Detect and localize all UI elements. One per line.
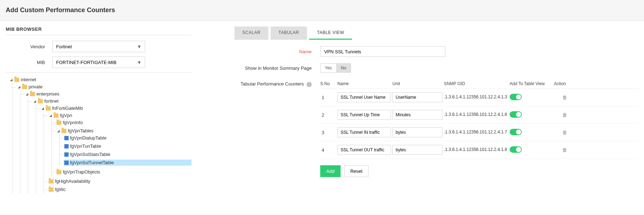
folder-icon: [56, 170, 61, 174]
collapse-icon[interactable]: ◢: [49, 114, 52, 117]
tree-label: fgVpn: [60, 113, 72, 118]
table-icon: [64, 152, 69, 157]
tree-node-fgha[interactable]: fgHighAvailability: [48, 178, 192, 184]
folder-icon: [38, 99, 43, 103]
folder-icon: [61, 129, 66, 133]
counter-name-input[interactable]: [337, 127, 391, 137]
toggle-addview[interactable]: [510, 94, 522, 100]
folder-icon: [30, 92, 35, 96]
counter-unit-input[interactable]: [392, 92, 442, 102]
vendor-select[interactable]: Fortinet: [52, 41, 145, 52]
toggle-addview[interactable]: [510, 146, 522, 153]
table-row: 3 .1.3.6.1.4.1.12356.101.12.2.4.1.7 🗑: [320, 124, 638, 141]
content-area: MIB BROWSER Vendor Fortinet ▼ MIB FORTIN…: [0, 21, 644, 200]
show-summary-row: Show in Monitor Summary Page Yes No: [234, 63, 638, 73]
page-title: Add Custom Performance Counters: [6, 6, 638, 14]
tab-table-view[interactable]: TABLE VIEW: [309, 26, 352, 40]
name-label: Name: [234, 49, 320, 54]
add-button[interactable]: Add: [320, 165, 341, 177]
collapse-icon[interactable]: ◢: [41, 107, 44, 110]
counters-label: Tabular Performance Counters i: [234, 79, 320, 87]
col-addview: Add To Table View: [510, 81, 553, 86]
tree-label: fgWc: [55, 187, 66, 192]
toggle-addview[interactable]: [510, 129, 522, 135]
table-row: 2 .1.3.6.1.4.1.12356.101.12.2.4.1.6 🗑: [320, 106, 638, 124]
cell-oid: .1.3.6.1.4.1.12356.101.12.2.4.1.6: [444, 112, 508, 118]
cell-sno: 3: [320, 130, 336, 135]
vendor-label: Vendor: [6, 44, 52, 49]
tree-label: fgVpnSslStatsTable: [70, 152, 110, 157]
mib-label: MIB: [6, 60, 52, 65]
collapse-icon[interactable]: ◢: [25, 92, 29, 96]
tree-label: fgVpnSslTunnelTable: [70, 160, 114, 165]
tab-scalar[interactable]: SCALAR: [234, 26, 268, 40]
seg-no[interactable]: No: [336, 64, 351, 72]
folder-icon: [22, 85, 27, 89]
tree-node-private[interactable]: ◢ private: [16, 84, 192, 90]
collapse-icon[interactable]: ◢: [9, 78, 13, 82]
folder-icon: [54, 113, 59, 118]
seg-yes[interactable]: Yes: [321, 64, 336, 72]
table-icon: [64, 161, 69, 165]
tree-leaf-tun[interactable]: fgVpnTunTable: [64, 143, 192, 149]
counters-section: Tabular Performance Counters i S.No Name…: [234, 79, 638, 177]
mib-tree: ◢ internet ◢ private: [6, 75, 192, 194]
tree-label: enterprises: [36, 91, 59, 97]
counter-name-input[interactable]: [337, 92, 391, 102]
table-header: S.No Name Unit SNMP OID Add To Table Vie…: [320, 79, 638, 89]
collapse-icon[interactable]: ◢: [33, 99, 36, 103]
col-action: Action: [554, 81, 575, 86]
trash-icon[interactable]: 🗑: [554, 94, 575, 100]
col-unit: Unit: [392, 81, 442, 86]
collapse-icon[interactable]: ◢: [17, 85, 21, 89]
cell-oid: .1.3.6.1.4.1.12356.101.12.2.4.1.8: [444, 147, 508, 153]
tree-leaf-sslstats[interactable]: fgVpnSslStatsTable: [64, 151, 192, 157]
counter-name-input[interactable]: [337, 145, 391, 155]
tree-leaf-ssltunnel[interactable]: fgVpnSslTunnelTable: [64, 160, 192, 166]
trash-icon[interactable]: 🗑: [554, 130, 575, 135]
cell-sno: 1: [320, 95, 336, 100]
button-row: Add Reset: [320, 165, 638, 177]
tree-node-fortinet[interactable]: ◢ fortinet: [32, 98, 192, 104]
tree-node-fgvpninfo[interactable]: fgVpnInfo: [56, 119, 192, 126]
mib-select-wrap: FORTINET-FORTIGATE-MIB ▼: [52, 57, 145, 68]
col-sno: S.No: [320, 81, 336, 86]
tabs: SCALAR TABULAR TABLE VIEW: [234, 26, 638, 40]
counter-unit-input[interactable]: [392, 127, 442, 137]
info-icon[interactable]: i: [307, 82, 312, 87]
counter-unit-input[interactable]: [392, 110, 442, 120]
tree-node-fgwc[interactable]: fgWc: [48, 186, 192, 192]
tree-label: private: [29, 84, 43, 89]
name-input[interactable]: [320, 46, 445, 57]
tree-node-fgvpntrap[interactable]: fgVpnTrapObjects: [56, 169, 192, 175]
toggle-addview[interactable]: [510, 111, 522, 118]
vendor-row: Vendor Fortinet ▼: [6, 41, 192, 52]
table-icon: [64, 136, 69, 140]
trash-icon[interactable]: 🗑: [554, 112, 575, 118]
config-panel: SCALAR TABULAR TABLE VIEW Name Show in M…: [199, 26, 638, 194]
table-icon: [64, 144, 69, 148]
cell-sno: 4: [320, 147, 336, 153]
tree-node-fnfortigatemib[interactable]: ◢ fnFortiGateMib: [40, 105, 192, 111]
tree-label: fgVpnTunTable: [70, 143, 101, 149]
counter-name-input[interactable]: [337, 110, 391, 120]
tree-leaf-dialup[interactable]: fgVpnDialupTable: [64, 135, 192, 141]
folder-icon: [46, 106, 51, 111]
collapse-icon[interactable]: ◢: [56, 129, 60, 133]
reset-button[interactable]: Reset: [344, 165, 368, 177]
table-row: 1 .1.3.6.1.4.1.12356.101.12.2.4.1.3 🗑: [320, 89, 638, 106]
mib-browser-title: MIB BROWSER: [6, 26, 192, 35]
tab-tabular[interactable]: TABULAR: [271, 26, 307, 40]
counter-unit-input[interactable]: [392, 145, 442, 155]
mib-select[interactable]: FORTINET-FORTIGATE-MIB: [52, 57, 145, 68]
folder-icon: [49, 179, 54, 184]
tree-node-enterprises[interactable]: ◢ enterprises: [24, 91, 192, 97]
tree-node-internet[interactable]: ◢ internet: [9, 77, 192, 83]
tree-label: fgHighAvailability: [55, 179, 90, 184]
mib-browser-panel: MIB BROWSER Vendor Fortinet ▼ MIB FORTIN…: [6, 26, 192, 194]
tree-node-fgvpntables[interactable]: ◢ fgVpnTables: [56, 128, 192, 134]
mib-row: MIB FORTINET-FORTIGATE-MIB ▼: [6, 57, 192, 68]
trash-icon[interactable]: 🗑: [554, 147, 575, 153]
tree-node-fgvpn[interactable]: ◢ fgVpn: [48, 112, 192, 118]
col-oid: SNMP OID: [444, 81, 508, 86]
